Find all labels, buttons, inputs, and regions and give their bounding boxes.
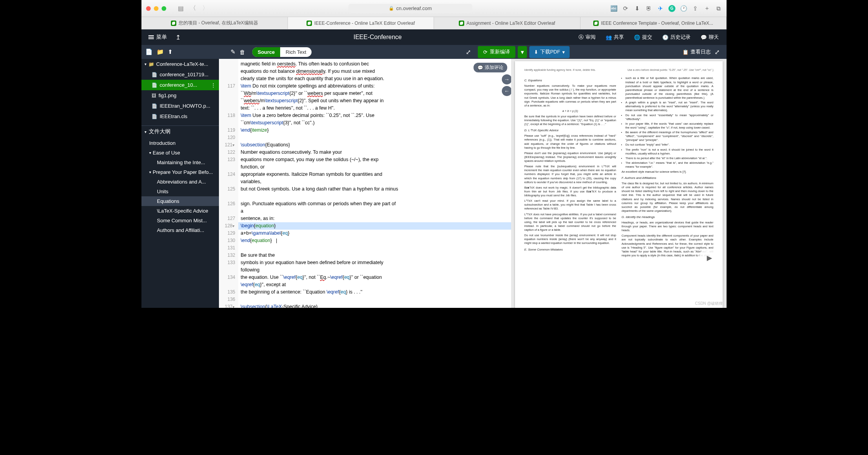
address-bar[interactable]: 🔒 cn.overleaf.com — [348, 4, 472, 13]
shield-icon[interactable]: ⛨ — [645, 5, 652, 12]
richtext-mode-button[interactable]: Rich Text — [280, 47, 312, 57]
recompile-button[interactable]: ⟳重新编译 — [478, 46, 515, 58]
chat-button[interactable]: 💬聊天 — [697, 32, 723, 42]
code-line[interactable]: \subsection{\LaTeX-Specific Advice} — [238, 303, 511, 308]
code-line[interactable]: function, or — [238, 163, 511, 171]
code-line[interactable]: clearly state the units for each quantit… — [238, 75, 511, 82]
submit-button[interactable]: 🌐提交 — [630, 32, 656, 42]
code-line[interactable]: the beginning of a sentence: ``Equation … — [238, 288, 511, 296]
code-line[interactable]: \end{itemize} — [238, 127, 511, 134]
source-mode-button[interactable]: Source — [252, 47, 280, 57]
new-folder-icon[interactable]: 📁 — [157, 48, 164, 55]
code-line[interactable]: a+b=\gamma\label{eq} — [238, 230, 511, 237]
outline-item[interactable]: ▾Prepare Your Paper Befo... — [141, 167, 219, 177]
menu-button[interactable]: 菜单 — [145, 32, 170, 42]
code-line[interactable]: \subsection{Equations} — [238, 141, 511, 149]
file-item[interactable]: 📄conference_10...⋮ — [141, 80, 219, 90]
outline-item[interactable]: Introduction — [141, 138, 219, 148]
thunderbird-icon[interactable]: ✈ — [657, 5, 664, 12]
code-line[interactable]: \begin{equation} — [238, 222, 511, 230]
code-content[interactable]: magnetic field in oersteds. This often l… — [238, 59, 511, 308]
grammarly-icon[interactable]: G — [668, 5, 675, 12]
browser-tab[interactable]: IEEE Conference Template - Overleaf, Onl… — [580, 17, 727, 29]
code-line[interactable]: text: ``. . . a few henries'', not ``. .… — [238, 105, 511, 112]
new-file-icon[interactable]: 📄 — [145, 48, 153, 55]
code-editor[interactable]: 117 118 119120121▾122123 124 125 126 127… — [219, 59, 511, 308]
folder-item[interactable]: ▾📁Conference-LaTeX-te... — [141, 59, 219, 69]
file-item[interactable]: 📄IEEEtran_HOWTO.p... — [141, 101, 219, 111]
code-line[interactable]: \eqref{eq}'', except at — [238, 281, 511, 288]
outline-item[interactable]: Maintaining the Inte... — [141, 158, 219, 167]
code-line[interactable]: Number equations consecutively. To make … — [238, 149, 511, 156]
translate-icon[interactable]: 🔤 — [610, 5, 617, 12]
code-line[interactable]: following — [238, 266, 511, 274]
pdf-preview[interactable]: Identify applicable funding agency here.… — [511, 59, 727, 308]
code-line[interactable] — [238, 134, 511, 141]
delete-icon[interactable]: 🗑 — [239, 49, 245, 55]
code-line[interactable]: \end{equation} | — [238, 237, 511, 244]
code-line[interactable] — [238, 193, 511, 200]
outline-item[interactable]: ▾Ease of Use — [141, 148, 219, 158]
minimize-window-button[interactable] — [154, 6, 158, 11]
sidebar-toggle-icon[interactable]: ▤ — [176, 4, 185, 13]
back-button[interactable]: 〈 — [188, 3, 198, 13]
share-button[interactable]: 👥共享 — [602, 32, 628, 42]
code-line[interactable]: magnetic field in oersteds. This often l… — [238, 60, 511, 68]
expand-icon[interactable]: ⤢ — [466, 48, 471, 56]
tabs-icon[interactable]: ⧉ — [715, 5, 722, 12]
reload-icon[interactable]: ⟳ — [622, 5, 629, 12]
file-item[interactable]: 📄conference_101719... — [141, 69, 219, 80]
code-line[interactable]: ``cm\textsuperscript{3}'', not ``cc''.) — [238, 119, 511, 127]
code-line[interactable] — [238, 296, 511, 303]
code-line[interactable]: appropriate exponents. Italicize Roman s… — [238, 171, 511, 178]
code-line[interactable]: ``Wb/m\textsuperscript{2}'' or ``webers … — [238, 90, 511, 97]
outline-item[interactable]: Some Common Mist... — [141, 216, 219, 225]
clock-icon[interactable]: 🕐 — [680, 5, 687, 12]
code-line[interactable]: sentence, as in: — [238, 215, 511, 222]
outline-item[interactable]: Units — [141, 187, 219, 196]
browser-tab[interactable]: IEEE-Conference - Online LaTeX Editor Ov… — [288, 17, 434, 29]
outline-header[interactable]: ▾文件大纲 — [141, 125, 219, 137]
code-line[interactable]: ``webers/m\textsuperscript{2}''. Spell o… — [238, 97, 511, 105]
code-line[interactable] — [238, 244, 511, 252]
file-item[interactable]: 🖼fig1.png — [141, 90, 219, 101]
pdf-expand-icon[interactable]: ⤢ — [715, 48, 720, 56]
code-line[interactable]: \item Do not mix complete spellings and … — [238, 82, 511, 90]
forward-button[interactable]: 〉 — [201, 3, 210, 13]
video-button[interactable]: ▶ — [699, 251, 720, 265]
code-line[interactable]: equations do not balance dimensionally. … — [238, 68, 511, 75]
maximize-window-button[interactable] — [162, 6, 166, 11]
more-icon[interactable]: ⋮ — [211, 82, 216, 88]
review-button[interactable]: Ⓐ审阅 — [575, 32, 599, 42]
view-logs-button[interactable]: 📋查看日志 — [679, 46, 715, 58]
share-icon[interactable]: ⇪ — [692, 5, 699, 12]
code-line[interactable]: but not Greek symbols. Use a long dash r… — [238, 185, 511, 193]
code-line[interactable]: variables, — [238, 178, 511, 185]
outline-item[interactable]: Authors and Affiliati... — [141, 225, 219, 235]
recompile-dropdown[interactable]: ▾ — [518, 46, 527, 58]
code-line[interactable]: symbols in your equation have been defin… — [238, 259, 511, 266]
browser-tab[interactable]: Assignment - Online LaTeX Editor Overlea… — [434, 17, 580, 29]
file-item[interactable]: 📄IEEEtran.cls — [141, 111, 219, 122]
code-line[interactable]: a — [238, 208, 511, 215]
code-line[interactable]: Be sure that the — [238, 252, 511, 259]
download-pdf-button[interactable]: ⬇下载PDF▾ — [529, 46, 570, 58]
code-line[interactable]: \item Use a zero before decimal points: … — [238, 112, 511, 119]
code-line[interactable]: the equation. Use ``\eqref{eq}'', not ``… — [238, 274, 511, 281]
download-icon[interactable]: ⬇ — [634, 5, 641, 12]
outline-item[interactable]: Equations — [141, 196, 219, 206]
new-tab-icon[interactable]: ＋ — [703, 5, 710, 12]
outline-item[interactable]: Abbreviations and A... — [141, 177, 219, 187]
close-window-button[interactable] — [146, 6, 151, 11]
browser-tab[interactable]: 您的项目 - Overleaf, 在线LaTeX编辑器 — [141, 17, 288, 29]
upload-icon[interactable]: ⬆ — [168, 48, 173, 55]
add-comment-button[interactable]: 💬添加评论 — [474, 63, 507, 72]
up-icon[interactable]: ↥ — [176, 34, 181, 41]
outline-item[interactable]: \LaTeX-Specific Advice — [141, 206, 219, 216]
sync-to-pdf-button[interactable]: → — [502, 74, 511, 84]
rename-icon[interactable]: ✎ — [231, 48, 236, 55]
code-line[interactable]: sign. Punctuate equations with commas or… — [238, 200, 511, 208]
sync-to-code-button[interactable]: ← — [502, 86, 511, 96]
history-button[interactable]: 🕑历史记录 — [658, 32, 694, 42]
code-line[interactable]: equations more compact, you may use the … — [238, 156, 511, 163]
